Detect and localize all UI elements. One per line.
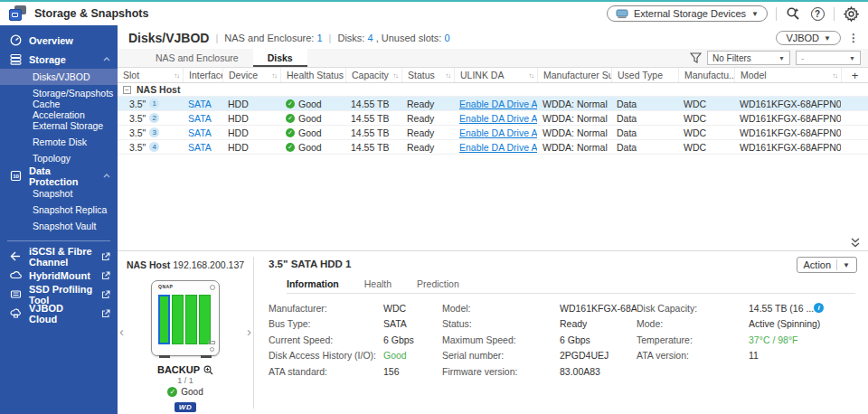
external-link-icon: [101, 252, 110, 261]
detail-panel: NAS Host 192.168.200.137 ‹ › QNAP: [118, 250, 868, 414]
sidebar-item-disks-vjbod[interactable]: Disks/VJBOD: [0, 69, 118, 85]
filter-select[interactable]: No Filters ▼: [707, 51, 790, 65]
sidebar-item-snapshot-replica[interactable]: Snapshot Replica: [0, 202, 118, 218]
enable-da-link[interactable]: Enable DA Drive Analyzer: [459, 113, 537, 124]
sidebar-item-iscsi-fibre-channel[interactable]: iSCSI & Fibre Channel: [0, 247, 118, 266]
disk-row-4[interactable]: 3.5"4 SATA HDD ✓Good 14.55 TB Ready Enab…: [118, 140, 868, 155]
filter-funnel-icon[interactable]: [690, 52, 702, 63]
enclosure-name: BACKUP: [157, 364, 200, 375]
tab-prediction[interactable]: Prediction: [417, 278, 459, 289]
sort-icon[interactable]: ↑↓: [829, 71, 838, 80]
drive-bay-3[interactable]: [185, 295, 197, 344]
power-button-detail: [210, 285, 215, 290]
global-search-icon[interactable]: [785, 5, 801, 22]
drive-bay-2[interactable]: [172, 295, 184, 344]
external-drive-icon: [616, 9, 628, 19]
tab-disks[interactable]: Disks: [253, 49, 307, 67]
tab-information[interactable]: Information: [287, 278, 339, 289]
disk-detail-panel: 3.5" SATA HDD 1 Action ▼ Information Hea…: [254, 251, 868, 414]
sidebar-item-hybridmount[interactable]: HybridMount: [0, 266, 118, 285]
vjbod-dropdown-button[interactable]: VJBOD ▼: [776, 31, 841, 45]
group-row-nas-host: − NAS Host: [118, 83, 868, 97]
sidebar-item-cache-acceleration[interactable]: Cache Acceleration: [0, 101, 118, 118]
hybridmount-icon: [9, 269, 22, 282]
sidebar-item-vjbod-cloud[interactable]: VJBOD Cloud: [0, 304, 118, 323]
add-column-button[interactable]: +: [841, 68, 866, 82]
sidebar-item-remote-disk[interactable]: Remote Disk: [0, 134, 118, 150]
chevron-down-icon: ▼: [849, 55, 855, 61]
disk-table-header: Slot↑↓ Interface↑↓ Device↑↓ Health Statu…: [118, 68, 868, 83]
data-protection-icon: 10: [9, 170, 22, 183]
next-enclosure-arrow[interactable]: ›: [247, 324, 251, 339]
field-status: Status:Ready: [442, 316, 637, 333]
external-storage-devices-button[interactable]: External Storage Devices ▼: [607, 5, 768, 22]
sidebar-item-snapshot[interactable]: Snapshot: [0, 185, 118, 202]
iscsi-icon: [9, 250, 22, 263]
disk-row-1[interactable]: 3.5"1 SATA HDD ✓Good 14.55 TB Ready Enab…: [118, 97, 868, 111]
sidebar-item-snapshot-vault[interactable]: Snapshot Vault: [0, 218, 118, 234]
drive-bay-4[interactable]: [199, 295, 211, 344]
sort-icon[interactable]: ↑↓: [269, 71, 278, 80]
more-options-kebab-icon[interactable]: ⋮: [848, 32, 859, 44]
settings-gear-icon[interactable]: [843, 5, 859, 22]
disk-row-2[interactable]: 3.5"2 SATA HDD ✓Good 14.55 TB Ready Enab…: [118, 111, 868, 126]
field-ata-standard: ATA standard:156: [269, 363, 442, 380]
enclosure-health-label: Good: [181, 387, 203, 397]
sort-icon[interactable]: ↑↓: [171, 71, 180, 80]
wd-vendor-logo: WD: [175, 402, 196, 412]
drive-bay-1-selected[interactable]: [158, 295, 170, 344]
nas-enclosure-image[interactable]: QNAP: [151, 280, 220, 356]
chevron-up-icon: [103, 174, 110, 178]
sort-icon[interactable]: ↑↓: [525, 71, 534, 80]
app-header: Storage & Snapshots External Storage Dev…: [0, 2, 868, 25]
sidebar-item-ssd-profiling-tool[interactable]: SSD Profiling Tool: [0, 285, 118, 304]
sort-icon[interactable]: ↑↓: [390, 71, 399, 80]
chevron-down-icon: ▼: [751, 10, 759, 18]
tab-nas-and-enclosure[interactable]: NAS and Enclosure: [141, 49, 253, 67]
nas-host-ip: 192.168.200.137: [173, 259, 244, 270]
chevron-down-icon: ▼: [778, 55, 785, 61]
divider: [776, 7, 777, 21]
chevron-down-icon: ▼: [824, 34, 831, 42]
table-empty-area: [118, 155, 868, 250]
nas-enclosure-count: NAS and Enclosure: 1: [224, 33, 322, 43]
slot-number-badge: 3: [149, 127, 159, 137]
field-disk-access-history: Disk Access History (I/O):Good: [269, 348, 442, 364]
secondary-filter-select[interactable]: - ▼: [796, 51, 861, 65]
sidebar-item-topology[interactable]: Topology: [0, 150, 118, 166]
view-tabs: NAS and Enclosure Disks No Filters ▼ - ▼: [118, 49, 868, 68]
nas-host-label: NAS Host: [127, 259, 170, 270]
disk-row-3[interactable]: 3.5"3 SATA HDD ✓Good 14.55 TB Ready Enab…: [118, 126, 868, 140]
action-button[interactable]: Action ▼: [797, 257, 858, 273]
sidebar-group-storage[interactable]: Storage: [0, 50, 118, 69]
enable-da-link[interactable]: Enable DA Drive Analyzer: [459, 99, 537, 109]
slot-number-badge: 2: [149, 113, 159, 123]
health-good-icon: ✓: [286, 143, 295, 152]
enable-da-link[interactable]: Enable DA Drive Analyzer: [459, 127, 537, 138]
collapse-detail-panel-icon[interactable]: [850, 238, 861, 248]
vjbod-cloud-icon: [9, 307, 22, 320]
enable-da-link[interactable]: Enable DA Drive Analyzer: [459, 142, 537, 153]
sidebar-group-data-protection[interactable]: 10 Data Protection: [0, 166, 118, 185]
field-bus-type: Bus Type:SATA: [269, 316, 442, 333]
collapse-group-icon[interactable]: −: [123, 86, 131, 94]
health-good-icon: ✓: [286, 128, 295, 137]
zoom-in-icon[interactable]: [203, 365, 213, 375]
info-icon[interactable]: i: [814, 303, 824, 313]
sidebar-item-overview[interactable]: Overview: [0, 31, 118, 50]
external-storage-devices-label: External Storage Devices: [634, 8, 746, 19]
gauge-icon: [9, 34, 22, 47]
sort-icon[interactable]: ↑↓: [442, 71, 451, 80]
external-link-icon: [101, 309, 110, 318]
field-serial-number: Serial number:2PGD4UEJ: [442, 348, 637, 364]
disks-count: Disks: 4 , Unused slots: 0: [337, 33, 449, 43]
external-link-icon: [101, 271, 110, 280]
field-maximum-speed: Maximum Speed:6 Gbps: [442, 332, 637, 348]
field-temperature: Temperature:37°C / 98°F: [637, 332, 844, 348]
tab-health[interactable]: Health: [364, 278, 392, 289]
help-icon[interactable]: ?: [809, 5, 826, 22]
field-ata-version: ATA version:11: [637, 348, 844, 364]
sidebar-item-external-storage[interactable]: External Storage: [0, 118, 118, 134]
previous-enclosure-arrow[interactable]: ‹: [119, 324, 124, 339]
usb-port-detail: [208, 341, 215, 344]
